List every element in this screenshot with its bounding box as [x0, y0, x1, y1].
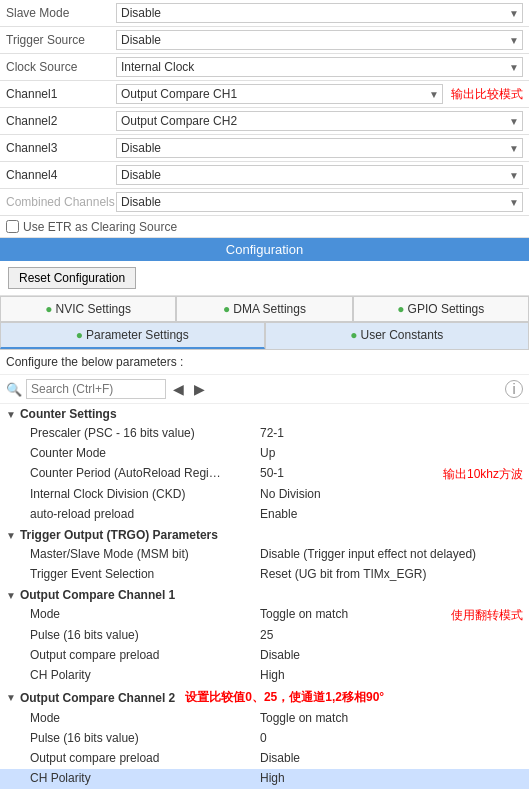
arrow-icon: ▼: [6, 409, 16, 420]
select-channel1[interactable]: Output Compare CH1: [116, 84, 443, 104]
param-annotation-0-2: 输出10khz方波: [443, 466, 523, 483]
param-value-3-2: Disable: [260, 751, 523, 765]
config-row-channel1: Channel1Output Compare CH1▼输出比较模式: [0, 81, 529, 108]
reset-btn-row: Reset Configuration: [0, 261, 529, 296]
param-annotation-2-0: 使用翻转模式: [451, 607, 523, 624]
group-label: Output Compare Channel 1: [20, 588, 175, 602]
search-input[interactable]: [26, 379, 166, 399]
param-value-2-2: Disable: [260, 648, 523, 662]
tabs-row1: ●NVIC Settings●DMA Settings●GPIO Setting…: [0, 296, 529, 322]
annotation-3: 输出比较模式: [451, 86, 523, 103]
group-label: Counter Settings: [20, 407, 117, 421]
param-name-1-1: Trigger Event Selection: [30, 567, 260, 581]
configure-text: Configure the below parameters :: [0, 350, 529, 375]
param-row-2-1: Pulse (16 bits value)25: [0, 626, 529, 646]
tab-dot: ●: [76, 328, 83, 342]
group-header-0[interactable]: ▼Counter Settings: [0, 404, 529, 424]
arrow-icon: ▼: [6, 692, 16, 703]
param-name-2-1: Pulse (16 bits value): [30, 628, 260, 642]
group-header-3[interactable]: ▼Output Compare Channel 2设置比较值0、25，使通道1,…: [0, 686, 529, 709]
label-5: Channel3: [6, 141, 116, 155]
config-row-clock-source: Clock SourceInternal Clock▼: [0, 54, 529, 81]
param-name-2-3: CH Polarity: [30, 668, 260, 682]
tab-dot: ●: [397, 302, 404, 316]
param-name-0-3: Internal Clock Division (CKD): [30, 487, 260, 501]
config-row-channel3: Channel3Disable▼: [0, 135, 529, 162]
param-name-1-0: Master/Slave Mode (MSM bit): [30, 547, 260, 561]
arrow-icon: ▼: [6, 530, 16, 541]
param-row-3-1: Pulse (16 bits value)0: [0, 729, 529, 749]
param-row-0-1: Counter ModeUp: [0, 444, 529, 464]
param-value-2-0: Toggle on match: [260, 607, 445, 621]
select-channel2[interactable]: Output Compare CH2: [116, 111, 523, 131]
config-row-slave-mode: Slave ModeDisable▼: [0, 0, 529, 27]
label-2: Clock Source: [6, 60, 116, 74]
group-label: Trigger Output (TRGO) Parameters: [20, 528, 218, 542]
checkbox-etr-row: Use ETR as Clearing Source: [0, 216, 529, 238]
tab-gpio-settings[interactable]: ●GPIO Settings: [353, 296, 529, 321]
label-7: Combined Channels: [6, 195, 116, 209]
param-value-0-4: Enable: [260, 507, 523, 521]
group-header-1[interactable]: ▼Trigger Output (TRGO) Parameters: [0, 525, 529, 545]
select-channel3[interactable]: Disable: [116, 138, 523, 158]
info-icon: i: [505, 380, 523, 398]
search-icon: 🔍: [6, 382, 22, 397]
param-name-0-4: auto-reload preload: [30, 507, 260, 521]
config-bar: Configuration: [0, 238, 529, 261]
param-value-2-3: High: [260, 668, 523, 682]
select-slave-mode[interactable]: Disable: [116, 3, 523, 23]
config-row-combined-channels: Combined ChannelsDisable▼: [0, 189, 529, 216]
label-4: Channel2: [6, 114, 116, 128]
tab-dot: ●: [350, 328, 357, 342]
param-name-3-3: CH Polarity: [30, 771, 260, 785]
param-value-3-3: High: [260, 771, 523, 785]
reset-config-button[interactable]: Reset Configuration: [8, 267, 136, 289]
param-name-2-2: Output compare preload: [30, 648, 260, 662]
config-row-channel4: Channel4Disable▼: [0, 162, 529, 189]
param-name-0-1: Counter Mode: [30, 446, 260, 460]
group-annotation-3: 设置比较值0、25，使通道1,2移相90°: [185, 689, 384, 706]
param-value-0-1: Up: [260, 446, 523, 460]
param-row-3-0: ModeToggle on match: [0, 709, 529, 729]
tab-dot: ●: [223, 302, 230, 316]
param-row-0-0: Prescaler (PSC - 16 bits value)72-1: [0, 424, 529, 444]
param-value-3-1: 0: [260, 731, 523, 745]
arrow-icon: ▼: [6, 590, 16, 601]
param-name-0-0: Prescaler (PSC - 16 bits value): [30, 426, 260, 440]
tab-dot: ●: [45, 302, 52, 316]
etr-checkbox[interactable]: [6, 220, 19, 233]
param-name-2-0: Mode: [30, 607, 260, 621]
param-value-3-0: Toggle on match: [260, 711, 523, 725]
tab-nvic-settings[interactable]: ●NVIC Settings: [0, 296, 176, 321]
param-name-3-2: Output compare preload: [30, 751, 260, 765]
select-trigger-source[interactable]: Disable: [116, 30, 523, 50]
select-combined-channels[interactable]: Disable: [116, 192, 523, 212]
param-value-1-0: Disable (Trigger input effect not delaye…: [260, 547, 523, 561]
param-row-2-0: ModeToggle on match使用翻转模式: [0, 605, 529, 626]
tab-parameter-settings[interactable]: ●Parameter Settings: [0, 322, 265, 349]
config-row-channel2: Channel2Output Compare CH2▼: [0, 108, 529, 135]
next-icon[interactable]: ▶: [191, 380, 208, 398]
tab-user-constants[interactable]: ●User Constants: [265, 322, 530, 349]
param-name-3-1: Pulse (16 bits value): [30, 731, 260, 745]
tab-dma-settings[interactable]: ●DMA Settings: [176, 296, 352, 321]
tabs-row2: ●Parameter Settings●User Constants: [0, 322, 529, 350]
param-row-0-2: Counter Period (AutoReload Regi…50-1输出10…: [0, 464, 529, 485]
select-clock-source[interactable]: Internal Clock: [116, 57, 523, 77]
param-row-3-2: Output compare preloadDisable: [0, 749, 529, 769]
param-name-0-2: Counter Period (AutoReload Regi…: [30, 466, 260, 480]
label-0: Slave Mode: [6, 6, 116, 20]
search-row: 🔍 ◀ ▶ i: [0, 375, 529, 404]
label-1: Trigger Source: [6, 33, 116, 47]
param-row-0-3: Internal Clock Division (CKD)No Division: [0, 485, 529, 505]
select-channel4[interactable]: Disable: [116, 165, 523, 185]
param-name-3-0: Mode: [30, 711, 260, 725]
param-row-1-0: Master/Slave Mode (MSM bit)Disable (Trig…: [0, 545, 529, 565]
param-value-1-1: Reset (UG bit from TIMx_EGR): [260, 567, 523, 581]
group-label: Output Compare Channel 2: [20, 691, 175, 705]
label-3: Channel1: [6, 87, 116, 101]
param-value-0-0: 72-1: [260, 426, 523, 440]
group-header-2[interactable]: ▼Output Compare Channel 1: [0, 585, 529, 605]
param-row-1-1: Trigger Event SelectionReset (UG bit fro…: [0, 565, 529, 585]
prev-icon[interactable]: ◀: [170, 380, 187, 398]
